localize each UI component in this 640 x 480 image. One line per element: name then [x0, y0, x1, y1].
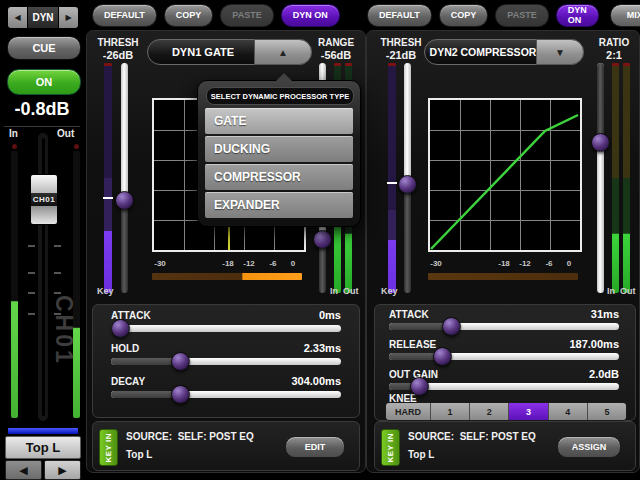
dyn2-keyin-level-meter: [428, 273, 578, 280]
down-arrow-icon: ▼: [555, 47, 565, 58]
dyn1-dropdown-toggle[interactable]: ▲: [254, 39, 312, 65]
dyn1-on-button[interactable]: DYN ON: [281, 4, 340, 27]
knee-1-button[interactable]: 1: [431, 403, 470, 420]
dyn2-on-button[interactable]: DYN ON: [556, 4, 599, 27]
fader-gain-value: -0.8dB: [0, 99, 84, 120]
dyn1-keyin-edit-button[interactable]: EDIT: [285, 436, 345, 458]
peak-tick: [104, 63, 112, 66]
param-value: 0ms: [319, 309, 341, 321]
dyn2-in-meter: [612, 63, 619, 293]
param-label: RELEASE: [389, 339, 436, 350]
dyn1-thresh-readout: THRESH -26dB: [91, 37, 145, 61]
dyn1-decay-knob[interactable]: [171, 385, 190, 404]
dyn2-paste-button[interactable]: PASTE: [495, 4, 548, 27]
knee-hard-button[interactable]: HARD: [386, 403, 431, 420]
cue-button[interactable]: CUE: [7, 36, 81, 60]
param-value: 304.00ms: [291, 375, 341, 387]
dyn2-out-meter: [623, 63, 630, 293]
dyn2-thresh-readout: THRESH -21dB: [374, 37, 428, 61]
dyn2-parameters: ATTACK 31ms RELEASE 187.00ms OUT GAIN 2.…: [374, 304, 636, 421]
dyn2-keyin-assign-button[interactable]: ASSIGN: [557, 436, 621, 458]
dyn2-attack-slider[interactable]: [389, 323, 619, 330]
dyn1-copy-button[interactable]: COPY: [164, 4, 214, 27]
channel-strip: ◀ DYN ▶ CUE ON -0.8dB In Out CH01 CH01 T…: [0, 0, 84, 480]
dyn2-ratio-slider[interactable]: [597, 63, 604, 293]
dyn2-outgain-slider[interactable]: [389, 383, 619, 390]
dyn2-compressor-graph: [428, 98, 582, 252]
dyn2-thresh-slider[interactable]: [404, 63, 411, 293]
channel-on-button[interactable]: ON: [7, 69, 81, 95]
dyn2-ratio-knob[interactable]: [591, 133, 610, 152]
dyn1-type-dropdown[interactable]: DYN1 GATE ▲: [147, 39, 312, 65]
dyn2-meter-scale: -30 -18 -12 -6 0: [428, 259, 578, 269]
dyn1-range-readout: RANGE -56dB: [310, 37, 362, 61]
popup-title: SELECT DYNAMIC PROCESSOR TYPE: [206, 87, 354, 105]
dyn1-hold-knob[interactable]: [171, 352, 190, 371]
knee-2-button[interactable]: 2: [470, 403, 509, 420]
dyn2-copy-button[interactable]: COPY: [439, 4, 489, 27]
mixer-button[interactable]: MIXER: [610, 4, 640, 27]
processor-nav: ◀ DYN ▶: [7, 6, 79, 29]
dyn2-type-dropdown[interactable]: DYN2 COMPRESSOR ▼: [424, 39, 584, 65]
channel-next-button[interactable]: ▶: [44, 460, 81, 480]
dyn1-type-label: DYN1 GATE: [148, 40, 258, 64]
fader-handle-label: CH01: [31, 193, 57, 206]
dyn2-default-button[interactable]: DEFAULT: [367, 4, 432, 27]
nav-next-button[interactable]: ▶: [59, 7, 78, 28]
fader-scale-mark: [54, 245, 61, 247]
keyin-tab: KEY IN: [99, 429, 118, 466]
compressor-curve: [431, 115, 578, 249]
threshold-tick: [387, 182, 397, 184]
dyn1-range-knob[interactable]: [313, 230, 332, 249]
dyn1-panel: THRESH -26dB DYN1 GATE ▲ RANGE -56dB: [86, 30, 366, 473]
dyn1-thresh-knob[interactable]: [115, 191, 134, 210]
dyn1-meter-scale: -30 -18 -12 -6 0: [152, 259, 302, 269]
dyn2-release-slider[interactable]: [389, 353, 619, 360]
popup-option-compressor[interactable]: COMPRESSOR: [205, 164, 353, 190]
popup-option-ducking[interactable]: DUCKING: [205, 136, 353, 162]
dyn2-io-labels: In Out: [607, 286, 636, 296]
dyn2-thresh-knob[interactable]: [398, 175, 417, 194]
nav-prev-button[interactable]: ◀: [8, 7, 27, 28]
dyn1-default-button[interactable]: DEFAULT: [92, 4, 157, 27]
channel-color-bar: [7, 427, 79, 435]
param-label: DECAY: [111, 376, 145, 387]
output-level-meter: [73, 151, 80, 418]
dyn1-io-labels: In Out: [330, 286, 359, 296]
knee-4-button[interactable]: 4: [549, 403, 588, 420]
channel-prev-button[interactable]: ◀: [5, 460, 42, 480]
dyn1-parameters: ATTACK 0ms HOLD 2.33ms DECAY 304.00ms: [92, 304, 360, 418]
dyn2-type-label: DYN2 COMPRESSOR: [425, 40, 541, 64]
knee-5-button[interactable]: 5: [588, 403, 626, 420]
nav-mode-label: DYN: [27, 7, 59, 28]
dyn2-dropdown-toggle[interactable]: ▼: [536, 39, 584, 65]
fader-handle[interactable]: CH01: [30, 174, 58, 225]
popup-option-expander[interactable]: EXPANDER: [205, 192, 353, 218]
dyn2-release-knob[interactable]: [433, 347, 452, 366]
dyn1-thresh-slider[interactable]: [121, 63, 128, 293]
dyn1-decay-slider[interactable]: [111, 391, 341, 398]
dyn2-outgain-knob[interactable]: [410, 377, 429, 396]
channel-name-button[interactable]: Top L: [5, 436, 81, 459]
dyn1-paste-button[interactable]: PASTE: [220, 4, 273, 27]
dyn1-attack-slider[interactable]: [111, 325, 341, 332]
divider: [4, 126, 80, 127]
dyn1-hold-slider[interactable]: [111, 358, 341, 365]
keyin-source-name: Top L: [126, 449, 152, 460]
popup-option-gate[interactable]: GATE: [205, 108, 353, 134]
param-value: 187.00ms: [569, 338, 619, 350]
fader-scale-mark: [54, 292, 61, 294]
fader-scale-mark: [28, 313, 35, 315]
strip-out-label: Out: [57, 128, 74, 139]
processor-type-popup: SELECT DYNAMIC PROCESSOR TYPE GATE DUCKI…: [197, 80, 361, 227]
keyin-source: SOURCE: SELF: POST EQ: [126, 431, 254, 442]
fader-scale-mark: [28, 292, 35, 294]
keyin-source: SOURCE: SELF: POST EQ: [408, 431, 536, 442]
knee-3-button[interactable]: 3: [509, 403, 548, 420]
dyn2-attack-knob[interactable]: [442, 317, 461, 336]
keyin-source-name: Top L: [408, 449, 434, 460]
knee-selector: HARD 1 2 3 4 5: [385, 402, 627, 421]
dyn1-attack-knob[interactable]: [111, 319, 130, 338]
left-arrow-icon: ◀: [14, 13, 20, 22]
dyn1-keyin-box: KEY IN SOURCE: SELF: POST EQ Top L EDIT: [92, 421, 360, 471]
